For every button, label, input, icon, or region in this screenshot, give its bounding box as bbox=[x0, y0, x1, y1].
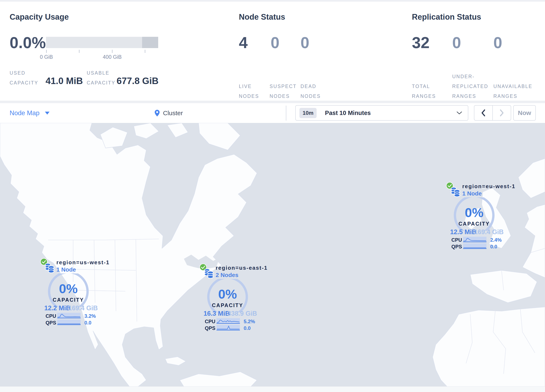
region-capacity-percent: 0% bbox=[40, 282, 97, 295]
suspect-nodes-label: SUSPECTNODES bbox=[270, 81, 297, 101]
under-replicated-count: 0 bbox=[452, 35, 461, 51]
summary-panel: Capacity Usage 0.0% 0 GiB 400 GiB USED C… bbox=[0, 2, 545, 101]
view-selector-dropdown[interactable]: Node Map bbox=[10, 103, 50, 123]
view-selector-label: Node Map bbox=[10, 109, 39, 117]
cpu-label: CPU bbox=[46, 313, 56, 319]
region-capacity-percent: 0% bbox=[446, 206, 503, 219]
map-toolbar: Node Map Cluster 10m Past 10 Minutes bbox=[0, 103, 545, 123]
dead-nodes-label: DEADNODES bbox=[301, 81, 321, 101]
replication-status-title: Replication Status bbox=[412, 12, 481, 22]
qps-value: 0.0 bbox=[84, 320, 91, 326]
live-nodes-count: 4 bbox=[239, 35, 248, 51]
time-range-arrows bbox=[474, 105, 511, 121]
suspect-nodes-count: 0 bbox=[271, 35, 279, 51]
previous-range-button[interactable] bbox=[474, 106, 493, 120]
node-status-title: Node Status bbox=[239, 12, 285, 22]
cpu-sparkline bbox=[217, 318, 240, 324]
qps-label: QPS bbox=[205, 325, 216, 331]
region-marker-eu-west-1[interactable]: region=eu-west-1 1 Node 0% CAPACITY 12.5… bbox=[446, 181, 508, 251]
cpu-label: CPU bbox=[451, 237, 462, 243]
qps-value: 0.0 bbox=[490, 244, 497, 250]
capacity-used-percent: 0.0% bbox=[10, 35, 46, 51]
dead-nodes-count: 0 bbox=[301, 35, 309, 51]
database-stack-icon bbox=[45, 262, 55, 273]
region-node-count: 1 Node bbox=[462, 190, 482, 197]
next-range-button[interactable] bbox=[493, 106, 511, 120]
capacity-bar-end-segment bbox=[142, 37, 158, 48]
database-stack-icon bbox=[204, 268, 214, 279]
region-name: region=us-west-1 bbox=[56, 259, 110, 266]
region-marker-us-east-1[interactable]: region=us-east-1 2 Nodes 0% CAPACITY 16.… bbox=[199, 263, 262, 332]
capacity-axis-tick bbox=[112, 50, 112, 53]
unavailable-ranges-label: UNAVAILABLERANGES bbox=[493, 81, 533, 101]
capacity-axis-tick bbox=[145, 50, 145, 53]
chevron-right-icon bbox=[499, 109, 504, 117]
qps-label: QPS bbox=[451, 244, 462, 250]
toolbar-divider bbox=[286, 106, 286, 121]
breadcrumb-label: Cluster bbox=[163, 110, 183, 117]
qps-value: 0.0 bbox=[244, 325, 251, 331]
cluster-overview-page: Capacity Usage 0.0% 0 GiB 400 GiB USED C… bbox=[0, 0, 545, 392]
time-range-label: Past 10 Minutes bbox=[325, 110, 371, 117]
qps-label: QPS bbox=[46, 320, 56, 326]
region-name: region=eu-west-1 bbox=[462, 183, 515, 190]
cpu-label: CPU bbox=[205, 319, 216, 324]
region-node-count: 2 Nodes bbox=[216, 272, 238, 279]
time-range-badge: 10m bbox=[299, 108, 316, 118]
time-range-dropdown[interactable]: 10m Past 10 Minutes bbox=[295, 105, 468, 121]
qps-sparkline bbox=[57, 319, 81, 325]
database-stack-icon bbox=[451, 186, 461, 197]
region-total-capacity: 169.4 GiB bbox=[474, 228, 504, 236]
cpu-sparkline bbox=[57, 313, 81, 318]
region-capacity-label: CAPACITY bbox=[446, 221, 503, 227]
capacity-axis-tick bbox=[46, 50, 47, 53]
caret-down-icon bbox=[45, 112, 50, 115]
region-total-capacity: 338.9 GiB bbox=[228, 310, 257, 317]
under-replicated-label: UNDER-REPLICATEDRANGES bbox=[452, 72, 488, 101]
cpu-sparkline bbox=[463, 237, 487, 242]
chevron-down-icon bbox=[456, 111, 462, 115]
now-button[interactable]: Now bbox=[513, 105, 536, 121]
chevron-left-icon bbox=[481, 109, 486, 117]
used-capacity-label: USED CAPACITY bbox=[10, 68, 38, 88]
qps-sparkline bbox=[217, 325, 240, 330]
location-pin-icon bbox=[155, 110, 160, 117]
capacity-axis-tick bbox=[79, 50, 79, 53]
region-marker-us-west-1[interactable]: region=us-west-1 1 Node 0% CAPACITY 12.2… bbox=[40, 258, 102, 327]
cpu-value: 3.2% bbox=[84, 313, 96, 319]
region-used-capacity: 12.2 MiB bbox=[44, 305, 71, 312]
usable-capacity-value: 677.8 GiB bbox=[117, 76, 159, 86]
qps-sparkline bbox=[463, 243, 487, 249]
total-ranges-count: 32 bbox=[412, 35, 430, 51]
region-used-capacity: 12.5 MiB bbox=[450, 228, 477, 236]
capacity-tick-label: 0 GiB bbox=[30, 54, 63, 60]
region-capacity-percent: 0% bbox=[199, 288, 256, 301]
live-nodes-label: LIVENODES bbox=[239, 81, 259, 101]
cpu-value: 2.4% bbox=[490, 237, 502, 243]
region-capacity-label: CAPACITY bbox=[40, 297, 97, 303]
capacity-usage-title: Capacity Usage bbox=[10, 12, 69, 22]
capacity-tick-label: 400 GiB bbox=[95, 54, 129, 60]
total-ranges-label: TOTALRANGES bbox=[412, 81, 436, 101]
unavailable-count: 0 bbox=[493, 35, 502, 51]
capacity-bar bbox=[46, 37, 158, 48]
region-used-capacity: 16.3 MiB bbox=[204, 310, 230, 317]
used-capacity-value: 41.0 MiB bbox=[46, 76, 83, 86]
region-node-count: 1 Node bbox=[56, 266, 76, 273]
cpu-value: 5.2% bbox=[244, 319, 255, 324]
region-capacity-label: CAPACITY bbox=[199, 302, 256, 308]
usable-capacity-label: USABLE CAPACITY bbox=[87, 68, 115, 88]
region-name: region=us-east-1 bbox=[216, 265, 268, 271]
breadcrumb[interactable]: Cluster bbox=[155, 103, 183, 123]
region-total-capacity: 169.4 GiB bbox=[68, 305, 98, 312]
